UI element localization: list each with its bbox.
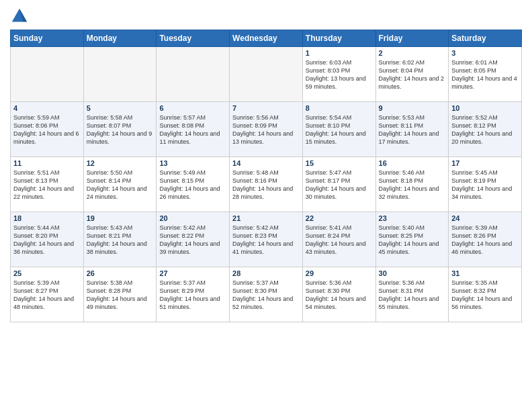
day-number: 13 — [159, 159, 226, 167]
day-number: 10 — [451, 104, 519, 112]
day-info: Sunrise: 5:58 AMSunset: 8:07 PMDaylight:… — [87, 113, 154, 146]
day-number: 23 — [379, 214, 446, 222]
calendar-cell: 17Sunrise: 5:45 AMSunset: 8:19 PMDayligh… — [449, 157, 522, 212]
calendar-cell: 30Sunrise: 5:36 AMSunset: 8:31 PMDayligh… — [375, 267, 449, 322]
day-info: Sunrise: 5:57 AMSunset: 8:08 PMDaylight:… — [159, 113, 226, 146]
calendar-cell: 11Sunrise: 5:51 AMSunset: 8:13 PMDayligh… — [11, 157, 84, 212]
calendar-cell: 13Sunrise: 5:49 AMSunset: 8:15 PMDayligh… — [157, 157, 230, 212]
day-number: 26 — [87, 269, 154, 277]
day-info: Sunrise: 5:38 AMSunset: 8:28 PMDaylight:… — [87, 279, 154, 312]
calendar-cell: 14Sunrise: 5:48 AMSunset: 8:16 PMDayligh… — [230, 157, 303, 212]
calendar-cell: 31Sunrise: 5:35 AMSunset: 8:32 PMDayligh… — [449, 267, 522, 322]
day-info: Sunrise: 5:50 AMSunset: 8:14 PMDaylight:… — [87, 169, 154, 201]
day-number: 17 — [451, 159, 519, 167]
day-number: 19 — [87, 214, 154, 222]
day-info: Sunrise: 5:39 AMSunset: 8:26 PMDaylight:… — [451, 224, 519, 257]
day-info: Sunrise: 5:42 AMSunset: 8:22 PMDaylight:… — [159, 224, 226, 257]
day-info: Sunrise: 5:41 AMSunset: 8:24 PMDaylight:… — [306, 224, 373, 257]
day-info: Sunrise: 6:02 AMSunset: 8:04 PMDaylight:… — [379, 58, 446, 91]
day-info: Sunrise: 5:37 AMSunset: 8:29 PMDaylight:… — [159, 279, 226, 312]
day-number: 21 — [232, 214, 300, 222]
calendar-cell: 5Sunrise: 5:58 AMSunset: 8:07 PMDaylight… — [83, 102, 157, 157]
day-number: 29 — [306, 269, 373, 277]
day-number: 5 — [87, 104, 154, 112]
calendar-cell: 16Sunrise: 5:46 AMSunset: 8:18 PMDayligh… — [375, 157, 449, 212]
day-number: 18 — [13, 214, 81, 222]
calendar-cell: 15Sunrise: 5:47 AMSunset: 8:17 PMDayligh… — [302, 157, 375, 212]
calendar-cell: 19Sunrise: 5:43 AMSunset: 8:21 PMDayligh… — [83, 212, 157, 267]
calendar-header-monday: Monday — [83, 30, 157, 47]
calendar-cell: 24Sunrise: 5:39 AMSunset: 8:26 PMDayligh… — [449, 212, 522, 267]
day-info: Sunrise: 6:01 AMSunset: 8:05 PMDaylight:… — [451, 58, 519, 91]
calendar-header-sunday: Sunday — [11, 30, 84, 47]
day-info: Sunrise: 5:43 AMSunset: 8:21 PMDaylight:… — [87, 224, 154, 257]
day-info: Sunrise: 5:52 AMSunset: 8:12 PMDaylight:… — [451, 113, 519, 146]
calendar-cell: 22Sunrise: 5:41 AMSunset: 8:24 PMDayligh… — [302, 212, 375, 267]
calendar-cell: 9Sunrise: 5:53 AMSunset: 8:11 PMDaylight… — [375, 102, 449, 157]
calendar-cell: 20Sunrise: 5:42 AMSunset: 8:22 PMDayligh… — [157, 212, 230, 267]
calendar-cell: 12Sunrise: 5:50 AMSunset: 8:14 PMDayligh… — [83, 157, 157, 212]
calendar-cell: 18Sunrise: 5:44 AMSunset: 8:20 PMDayligh… — [11, 212, 84, 267]
logo — [10, 7, 32, 26]
day-info: Sunrise: 6:03 AMSunset: 8:03 PMDaylight:… — [306, 58, 373, 91]
calendar-week-1: 1Sunrise: 6:03 AMSunset: 8:03 PMDaylight… — [11, 47, 522, 102]
calendar-cell — [157, 47, 230, 102]
day-info: Sunrise: 5:47 AMSunset: 8:17 PMDaylight:… — [306, 169, 373, 201]
day-info: Sunrise: 5:36 AMSunset: 8:31 PMDaylight:… — [379, 279, 446, 312]
day-info: Sunrise: 5:48 AMSunset: 8:16 PMDaylight:… — [232, 169, 300, 201]
day-number: 15 — [306, 159, 373, 167]
header — [10, 7, 522, 26]
calendar-cell: 7Sunrise: 5:56 AMSunset: 8:09 PMDaylight… — [230, 102, 303, 157]
day-info: Sunrise: 5:45 AMSunset: 8:19 PMDaylight:… — [451, 169, 519, 201]
day-number: 16 — [379, 159, 446, 167]
day-number: 4 — [13, 104, 81, 112]
calendar-cell: 8Sunrise: 5:54 AMSunset: 8:10 PMDaylight… — [302, 102, 375, 157]
day-info: Sunrise: 5:35 AMSunset: 8:32 PMDaylight:… — [451, 279, 519, 312]
calendar-cell: 3Sunrise: 6:01 AMSunset: 8:05 PMDaylight… — [449, 47, 522, 102]
day-info: Sunrise: 5:40 AMSunset: 8:25 PMDaylight:… — [379, 224, 446, 257]
day-number: 28 — [232, 269, 300, 277]
day-number: 12 — [87, 159, 154, 167]
calendar-cell: 27Sunrise: 5:37 AMSunset: 8:29 PMDayligh… — [157, 267, 230, 322]
day-number: 8 — [306, 104, 373, 112]
calendar-header-thursday: Thursday — [302, 30, 375, 47]
day-number: 6 — [159, 104, 226, 112]
calendar-cell: 4Sunrise: 5:59 AMSunset: 8:06 PMDaylight… — [11, 102, 84, 157]
calendar-cell — [230, 47, 303, 102]
calendar-cell: 23Sunrise: 5:40 AMSunset: 8:25 PMDayligh… — [375, 212, 449, 267]
calendar-cell: 10Sunrise: 5:52 AMSunset: 8:12 PMDayligh… — [449, 102, 522, 157]
calendar-cell: 1Sunrise: 6:03 AMSunset: 8:03 PMDaylight… — [302, 47, 375, 102]
day-number: 11 — [13, 159, 81, 167]
day-number: 14 — [232, 159, 300, 167]
day-number: 3 — [451, 49, 519, 57]
calendar-cell — [11, 47, 84, 102]
calendar-header-row: SundayMondayTuesdayWednesdayThursdayFrid… — [11, 30, 522, 47]
day-number: 31 — [451, 269, 519, 277]
day-number: 25 — [13, 269, 81, 277]
calendar-table: SundayMondayTuesdayWednesdayThursdayFrid… — [10, 30, 522, 322]
calendar-cell: 6Sunrise: 5:57 AMSunset: 8:08 PMDaylight… — [157, 102, 230, 157]
day-number: 2 — [379, 49, 446, 57]
day-number: 22 — [306, 214, 373, 222]
day-number: 27 — [159, 269, 226, 277]
calendar-week-2: 4Sunrise: 5:59 AMSunset: 8:06 PMDaylight… — [11, 102, 522, 157]
day-info: Sunrise: 5:56 AMSunset: 8:09 PMDaylight:… — [232, 113, 300, 146]
day-info: Sunrise: 5:37 AMSunset: 8:30 PMDaylight:… — [232, 279, 300, 312]
day-info: Sunrise: 5:49 AMSunset: 8:15 PMDaylight:… — [159, 169, 226, 201]
calendar-week-3: 11Sunrise: 5:51 AMSunset: 8:13 PMDayligh… — [11, 157, 522, 212]
page-container: SundayMondayTuesdayWednesdayThursdayFrid… — [0, 0, 532, 329]
calendar-cell: 2Sunrise: 6:02 AMSunset: 8:04 PMDaylight… — [375, 47, 449, 102]
calendar-cell: 29Sunrise: 5:36 AMSunset: 8:30 PMDayligh… — [302, 267, 375, 322]
calendar-header-wednesday: Wednesday — [230, 30, 303, 47]
calendar-week-4: 18Sunrise: 5:44 AMSunset: 8:20 PMDayligh… — [11, 212, 522, 267]
calendar-cell: 26Sunrise: 5:38 AMSunset: 8:28 PMDayligh… — [83, 267, 157, 322]
day-info: Sunrise: 5:54 AMSunset: 8:10 PMDaylight:… — [306, 113, 373, 146]
day-number: 20 — [159, 214, 226, 222]
day-info: Sunrise: 5:46 AMSunset: 8:18 PMDaylight:… — [379, 169, 446, 201]
calendar-header-saturday: Saturday — [449, 30, 522, 47]
day-info: Sunrise: 5:36 AMSunset: 8:30 PMDaylight:… — [306, 279, 373, 312]
day-number: 7 — [232, 104, 300, 112]
calendar-cell: 28Sunrise: 5:37 AMSunset: 8:30 PMDayligh… — [230, 267, 303, 322]
day-info: Sunrise: 5:51 AMSunset: 8:13 PMDaylight:… — [13, 169, 81, 201]
logo-icon — [10, 7, 29, 26]
